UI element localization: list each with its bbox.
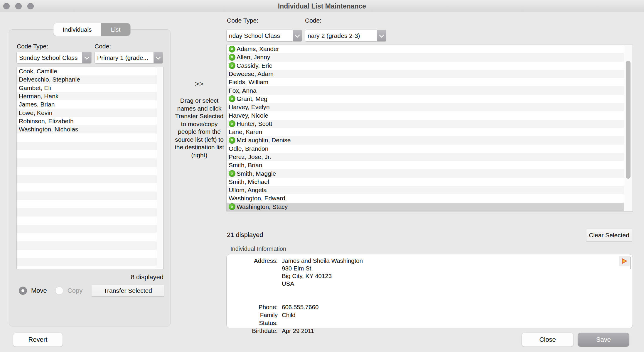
dest-code-type-value: nday School Class [227,32,293,39]
remove-tag-icon[interactable]: ✕ [229,170,235,177]
list-item[interactable]: ✕ Smith, Brian [227,161,624,169]
dest-code-label: Code: [305,17,321,24]
zoom-window-icon[interactable] [27,3,34,9]
minimize-window-icon[interactable] [15,3,22,9]
address-value: James and Sheila Washington930 Elm St.Bi… [282,257,363,287]
remove-tag-icon[interactable]: ✕ [229,62,235,69]
list-item[interactable]: ✕ Smith, Maggie [227,169,624,177]
list-item[interactable]: Robinson, Elizabeth [17,117,157,125]
destination-displayed-count: 21 displayed [227,231,263,239]
list-item[interactable]: ✕ Deweese, Adam [227,70,624,78]
address-line: James and Sheila Washington [282,257,363,265]
phone-label: Phone: [240,303,278,311]
person-name: Fox, Anna [229,87,257,94]
list-item[interactable]: ✕ Smith, Michael [227,178,624,186]
source-code-value: Primary 1 (grade... [95,54,154,61]
person-name: Deweese, Adam [229,70,274,77]
person-name: Grant, Meg [237,95,267,102]
list-item[interactable]: ✕ Ullom, Angela [227,186,624,194]
person-name: Smith, Maggie [237,170,276,177]
person-name: Robinson, Elizabeth [19,118,74,125]
source-code-type-label: Code Type: [17,43,48,50]
copy-radio[interactable] [55,287,63,295]
individual-information-box: Address: James and Sheila Washington930 … [226,254,633,328]
remove-tag-icon[interactable]: ✕ [229,54,235,61]
dest-code-value: nary 2 (grades 2-3) [305,32,377,39]
traffic-lights [3,3,34,9]
detail-rows: Phone: 606.555.7660 Family Status: Child… [240,303,363,335]
info-scrollbar[interactable] [630,257,631,269]
list-item[interactable]: ✕ McLaughlin, Denise [227,136,624,144]
list-item[interactable]: ✕ Washington, Stacy [227,203,624,211]
list-item[interactable]: ✕ Fields, William [227,78,624,86]
chevron-down-icon[interactable] [377,30,386,41]
list-item[interactable]: James, Brian [17,100,157,109]
list-item[interactable]: ✕ Harvey, Evelyn [227,103,624,111]
phone-value: 606.555.7660 [282,303,318,311]
chevron-down-icon[interactable] [82,52,91,63]
transfer-direction-arrows: >> [175,80,224,88]
list-item[interactable]: Herman, Hank [17,92,157,100]
save-button[interactable]: Save [578,333,629,347]
destination-list-scrollbar[interactable] [624,45,633,211]
list-item[interactable]: Washington, Nicholas [17,125,157,133]
person-name: Delvecchio, Stephanie [19,76,80,83]
list-item[interactable]: Delvecchio, Stephanie [17,75,157,84]
close-window-icon[interactable] [3,3,10,9]
window: Individual List Maintenance Individuals … [0,0,644,352]
transfer-selected-button[interactable]: Transfer Selected [91,285,164,297]
source-list-scrollbar[interactable] [157,67,163,269]
scrollbar-thumb[interactable] [626,61,630,179]
remove-tag-icon[interactable]: ✕ [229,95,235,102]
family-status-row: Family Status: Child [240,311,363,327]
remove-tag-icon[interactable]: ✕ [229,120,235,127]
person-name: Harvey, Evelyn [229,104,270,111]
remove-tag-icon[interactable]: ✕ [229,203,235,210]
destination-list: ✕ Adams, Xander ✕ Allen, Jenny ✕ Cassidy… [226,45,633,211]
person-name: Allen, Jenny [237,54,270,61]
address-line: USA [282,280,363,287]
clear-selected-button[interactable]: Clear Selected [586,229,632,242]
address-line: Big City, KY 40123 [282,272,363,280]
source-code-type-dropdown[interactable]: Sunday School Class [16,52,92,64]
tab-individuals[interactable]: Individuals [53,23,101,36]
dest-code-dropdown[interactable]: nary 2 (grades 2-3) [305,30,386,42]
dest-code-type-dropdown[interactable]: nday School Class [226,30,302,42]
list-item[interactable]: ✕ Fox, Anna [227,86,624,94]
list-item[interactable]: ✕ Lane, Karen [227,128,624,136]
list-item[interactable]: Cook, Camille [17,67,157,75]
remove-tag-icon[interactable]: ✕ [229,46,235,53]
move-copy-radios: Move Copy [19,287,82,295]
list-item[interactable]: Lowe, Kevin [17,109,157,117]
list-item[interactable]: ✕ Washington, Edward [227,194,624,202]
move-radio[interactable] [19,287,27,295]
list-item[interactable]: ✕ Cassidy, Eric [227,62,624,70]
list-item[interactable]: ✕ Odle, Brandon [227,145,624,153]
list-item[interactable]: ✕ Grant, Meg [227,95,624,103]
person-name: Smith, Michael [229,178,269,185]
source-code-dropdown[interactable]: Primary 1 (grade... [95,52,163,64]
list-item[interactable]: ✕ Allen, Jenny [227,53,624,61]
destination-list-rows: ✕ Adams, Xander ✕ Allen, Jenny ✕ Cassidy… [227,45,624,211]
list-item[interactable]: ✕ Perez, Jose, Jr. [227,153,624,161]
revert-button[interactable]: Revert [13,333,63,347]
copy-radio-label: Copy [68,287,82,295]
move-radio-label: Move [31,287,47,295]
person-name: Ullom, Angela [229,187,267,194]
person-name: James, Brian [19,101,55,108]
chevron-down-icon[interactable] [293,30,302,41]
family-status-value: Child [282,311,296,327]
close-button[interactable]: Close [522,333,574,347]
list-item[interactable]: ✕ Harvey, Nicole [227,111,624,119]
remove-tag-icon[interactable]: ✕ [229,137,235,144]
list-item[interactable]: ✕ Adams, Xander [227,45,624,53]
person-name: McLaughlin, Denise [237,137,291,144]
window-title: Individual List Maintenance [0,0,644,12]
go-to-individual-button[interactable] [619,256,630,266]
person-name: Washington, Nicholas [19,126,78,133]
tab-list[interactable]: List [101,23,130,36]
chevron-down-icon[interactable] [154,52,163,63]
person-name: Adams, Xander [237,45,279,53]
list-item[interactable]: Gambet, Eli [17,84,157,92]
list-item[interactable]: ✕ Hunter, Scott [227,120,624,128]
